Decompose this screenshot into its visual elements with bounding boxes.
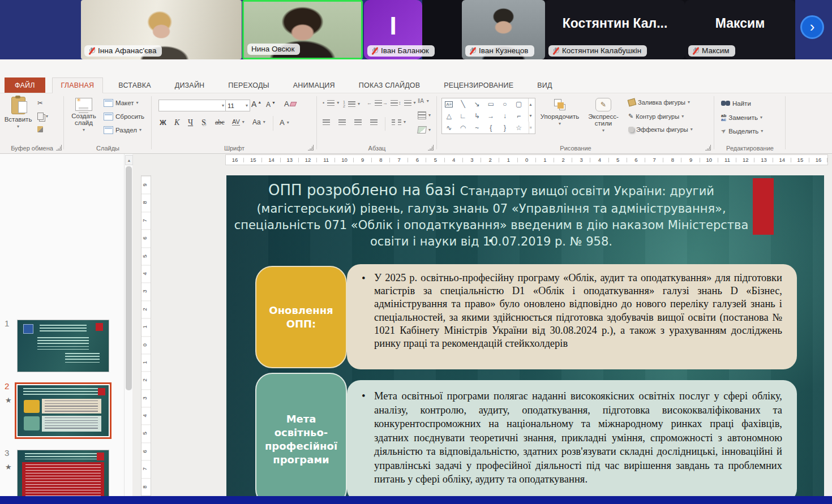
update-opp-label[interactable]: Оновлення ОПП: [255,266,347,368]
align-right-button[interactable] [354,119,362,125]
underline-button[interactable]: Ч [188,118,193,127]
participant-name-tile[interactable]: Костянтин Кал... Костянтин Калабушкін [545,0,685,59]
participant-name-tile[interactable]: Максим Максим [685,0,795,59]
line-spacing-button[interactable]: ↕▾ [398,100,416,106]
align-text-button[interactable]: ▾ [418,111,431,119]
tab-insert[interactable]: ВСТАВКА [110,77,159,93]
slide-thumbnail-1[interactable] [17,320,109,372]
font-color-button[interactable]: А▾ [280,118,289,127]
gallery-more-icon[interactable]: ≡ [529,122,531,133]
thumbnails-scrollbar[interactable]: ▲ [124,154,132,496]
line-shape-icon[interactable]: ╲ [461,100,465,108]
arrange-button[interactable]: Упорядочить ▾ [539,98,581,126]
cut-button[interactable]: ✂ [37,99,43,107]
tab-file[interactable]: ФАЙЛ [5,77,45,93]
layout-button[interactable]: Макет▾ [104,99,139,107]
star-shape-icon[interactable]: ☆ [516,124,522,132]
participant-video-ivan-kuznetsov[interactable]: Іван Кузнецов [462,0,545,59]
shape-effects-button[interactable]: Эффекты фигуры▾ [628,126,693,133]
curve-shape-icon[interactable]: ~ [475,124,479,132]
slide-canvas[interactable]: ОПП розроблено на базі Стандарту вищої о… [226,175,824,496]
arrow-shape-icon[interactable]: ↘ [474,100,480,108]
copy-button[interactable]: ▾ [37,113,48,120]
clear-formatting-button[interactable]: A [284,100,296,108]
reset-button[interactable]: Сбросить [104,113,144,120]
right-arrow-shape-icon[interactable]: → [487,112,494,120]
strikethrough-button[interactable]: abc [215,118,225,127]
vertical-ruler[interactable]: 987654321012345678 [141,175,151,496]
arc-shape-icon[interactable]: ◠ [460,124,466,132]
paste-button[interactable]: Вставить ▾ [2,97,34,129]
gallery-scroll-down-icon[interactable]: ▼ [528,110,533,122]
triangle-shape-icon[interactable]: △ [447,112,452,120]
section-button[interactable]: Раздел▾ [104,126,141,134]
elbow-arrow-icon[interactable]: ↳ [474,112,480,120]
increase-indent-button[interactable]: → [383,100,398,106]
scroll-up-arrow-icon[interactable]: ▲ [125,155,133,165]
text-shadow-button[interactable]: S [201,118,206,127]
select-button[interactable]: ➤Выделить▾ [721,127,763,135]
italic-button[interactable]: К [174,118,179,127]
shape-outline-button[interactable]: ✎Контур фигуры▾ [628,113,684,120]
slide-thumbnail-3[interactable] [17,450,109,503]
tab-review[interactable]: РЕЦЕНЗИРОВАНИЕ [435,77,522,93]
update-opp-textbox[interactable]: У 2025 р. освітньо-професійну програму «… [347,264,797,369]
find-button[interactable]: Найти [721,100,751,107]
font-dialog-launcher-icon[interactable] [308,145,314,150]
participant-video-nina-active-speaker[interactable]: Нина Овсюк [242,0,363,59]
shapes-gallery[interactable]: A≡ ╲ ↘ ▭ ○ ▢ ▲ △ ∟ ↳ → ↓ ⌐ ▼ ∿ ◠ ~ { } ☆ [441,98,535,134]
justify-button[interactable] [370,119,378,125]
decrease-indent-button[interactable]: ← [367,100,382,106]
corner-shape-icon[interactable]: ⌐ [517,112,521,120]
participant-video-inna[interactable]: Інна Афанас'єва [81,0,242,59]
tab-transitions[interactable]: ПЕРЕХОДЫ [220,77,278,93]
change-case-button[interactable]: Aa▾ [252,118,265,126]
bullet-paragraph: Мета освітньої програми полягає наданні … [374,389,782,486]
slide-thumbnail-2-selected[interactable] [15,382,111,439]
tab-design[interactable]: ДИЗАЙН [166,77,213,93]
convert-to-smartart-button[interactable]: ▾ [418,126,431,133]
replace-button[interactable]: abacЗаменить▾ [721,114,762,122]
text-direction-button[interactable]: ‖A▾ [418,98,429,104]
program-goal-textbox[interactable]: Мета освітньої програми полягає наданні … [347,380,797,496]
bold-button[interactable]: Ж [160,118,166,127]
columns-button[interactable]: ▾ [392,119,406,125]
font-name-combobox[interactable]: ▾ [158,100,226,111]
align-left-button[interactable] [323,119,330,125]
grow-font-button[interactable]: А▲ [251,100,261,109]
tab-slideshow[interactable]: ПОКАЗ СЛАЙДОВ [350,77,428,93]
paragraph-dialog-launcher-icon[interactable] [428,145,434,150]
right-brace-shape-icon[interactable]: } [504,124,506,132]
participant-avatar-tile[interactable]: I Іван Баланюк [364,0,422,59]
ruler-number: 6 [408,155,426,165]
bullets-button[interactable]: •▾ [323,100,339,106]
rectangle-shape-icon[interactable]: ▭ [488,100,494,108]
gallery-scroll-up-icon[interactable]: ▲ [528,98,533,110]
shrink-font-button[interactable]: А▼ [266,101,276,109]
down-arrow-shape-icon[interactable]: ↓ [503,112,507,120]
character-spacing-button[interactable]: AV▾ [232,118,245,126]
font-size-combobox[interactable]: 11▾ [225,100,250,111]
tab-view[interactable]: ВИД [529,77,560,93]
left-brace-shape-icon[interactable]: { [490,124,492,132]
align-center-button[interactable] [338,119,346,125]
quick-styles-button[interactable]: ✎ Экспресс-стили ▾ [583,98,624,133]
tab-home[interactable]: ГЛАВНАЯ [52,77,104,93]
scribble-shape-icon[interactable]: ∿ [446,124,452,132]
textbox-shape-icon[interactable]: A≡ [445,101,453,107]
tab-animations[interactable]: АНИМАЦИЯ [285,77,344,93]
drawing-dialog-launcher-icon[interactable] [705,145,711,150]
format-painter-button[interactable] [37,126,43,132]
clipboard-dialog-launcher-icon[interactable] [56,145,62,150]
horizontal-ruler[interactable]: 1615141312111098765432101234567891011121… [225,154,828,165]
rounded-rectangle-shape-icon[interactable]: ▢ [516,100,522,108]
oval-shape-icon[interactable]: ○ [503,100,507,108]
scrollbar-thumb[interactable] [126,166,132,390]
participant-nameplate: Інна Афанас'єва [84,45,162,57]
next-participants-page-button[interactable]: › [800,15,824,39]
numbering-button[interactable]: 12▾ [343,100,360,108]
program-goal-label[interactable]: Мета освітньо-професійної програми [255,373,347,496]
new-slide-button[interactable]: Создать слайд ▾ [67,98,100,132]
elbow-connector-icon[interactable]: ∟ [460,112,466,120]
shape-fill-button[interactable]: Заливка фигуры▾ [628,99,690,106]
